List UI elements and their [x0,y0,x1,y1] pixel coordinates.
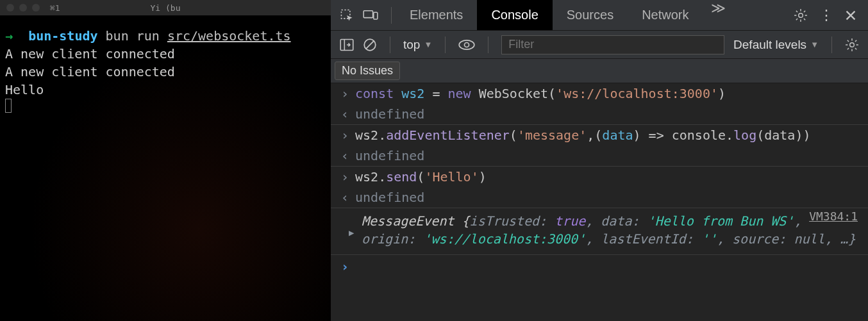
console-input-line: › const ws2 = new WebSocket('ws://localh… [331,83,868,104]
undefined-result: undefined [355,106,424,122]
separator [445,37,446,53]
inspect-element-icon[interactable] [340,8,354,22]
issues-badge[interactable]: No Issues [335,62,400,80]
issues-row: No Issues [331,59,868,83]
expand-triangle-icon[interactable]: ▶ [349,227,354,238]
console-result-line: ‹ undefined [331,187,868,208]
zoom-window-dot[interactable] [32,4,40,12]
settings-icon[interactable] [794,8,808,22]
console-log-object[interactable]: VM384:1 ▶ MessageEvent {isTrusted: true,… [331,208,868,255]
separator [831,37,832,53]
terminal-tab-shortcut: ⌘1 [50,3,60,13]
svg-rect-2 [374,12,378,19]
chevron-down-icon: ▼ [810,40,819,49]
undefined-result: undefined [355,190,424,205]
prompt-line: → bun-study bun run src/websocket.ts [5,27,326,45]
context-selector[interactable]: top ▼ [403,38,432,52]
prompt-arrow-icon: → [5,28,13,44]
svg-rect-1 [363,10,372,17]
devtools-pane: Elements Console Sources Network ≫ ⋮ top… [331,0,868,321]
close-devtools-icon[interactable] [845,10,856,21]
console-result-line: ‹ undefined [331,104,868,125]
console-input-line: › ws2.addEventListener('message',(data) … [331,125,868,145]
terminal-output-line: A new client connected [5,45,326,63]
input-chevron-icon: › [341,86,349,101]
svg-point-8 [850,42,855,47]
log-levels-selector[interactable]: Default levels ▼ [733,38,819,52]
terminal-pane: ⌘1 Yi (bu → bun-study bun run src/websoc… [0,0,331,321]
prompt-chevron-icon: › [341,259,349,274]
code: const ws2 = new WebSocket('ws://localhos… [355,86,726,101]
kebab-menu-icon[interactable]: ⋮ [819,8,833,22]
tabs-overflow-icon[interactable]: ≫ [703,0,733,30]
tab-sources[interactable]: Sources [553,0,628,30]
chevron-down-icon: ▼ [424,40,432,49]
device-toolbar-icon[interactable] [363,8,378,22]
svg-point-7 [465,42,469,47]
live-expression-icon[interactable] [458,39,475,51]
minimize-window-dot[interactable] [19,4,27,12]
code: ws2.addEventListener('message',(data) =>… [355,128,811,143]
tab-elements[interactable]: Elements [396,0,477,30]
terminal-output-line: Hello [5,81,326,99]
code: ws2.send('Hello') [355,169,487,185]
input-chevron-icon: › [341,169,349,185]
close-window-dot[interactable] [6,4,14,12]
terminal-title: Yi (bu [151,3,181,13]
console-settings-icon[interactable] [845,38,859,52]
command-arg: src/websocket.ts [167,28,291,44]
terminal-titlebar: ⌘1 Yi (bu [0,0,331,15]
source-link[interactable]: VM384:1 [809,210,858,223]
console-result-line: ‹ undefined [331,145,868,167]
devtools-tabbar: Elements Console Sources Network ≫ ⋮ [331,0,868,31]
console-output: › const ws2 = new WebSocket('ws://localh… [331,83,868,321]
output-chevron-icon: ‹ [341,148,349,163]
separator [390,37,390,53]
terminal-body[interactable]: → bun-study bun run src/websocket.ts A n… [0,15,331,129]
svg-point-6 [459,40,474,49]
separator [488,37,488,53]
console-prompt[interactable]: › [331,255,868,278]
separator [391,7,392,24]
clear-console-icon[interactable] [363,38,377,52]
traffic-lights[interactable] [6,4,40,12]
devtools-tabs: Elements Console Sources Network ≫ [396,0,733,30]
input-chevron-icon: › [341,128,349,143]
output-chevron-icon: ‹ [341,106,349,122]
context-label: top [403,38,420,52]
levels-label: Default levels [733,38,806,52]
prompt-folder: bun-study [28,28,97,44]
toggle-sidebar-icon[interactable] [340,38,354,51]
filter-input[interactable] [501,35,724,54]
output-chevron-icon: ‹ [341,190,349,205]
tab-console[interactable]: Console [477,0,552,30]
console-input-line: › ws2.send('Hello') [331,167,868,187]
command-main: bun run [106,28,160,44]
cursor-icon [5,99,12,113]
console-toolbar: top ▼ Default levels ▼ [331,31,868,59]
terminal-output-line: A new client connected [5,63,326,81]
object-preview: MessageEvent {isTrusted: true, data: 'He… [362,212,858,248]
terminal-cursor-line [5,99,326,117]
svg-point-3 [799,13,803,17]
undefined-result: undefined [355,148,424,163]
tab-network[interactable]: Network [628,0,703,30]
